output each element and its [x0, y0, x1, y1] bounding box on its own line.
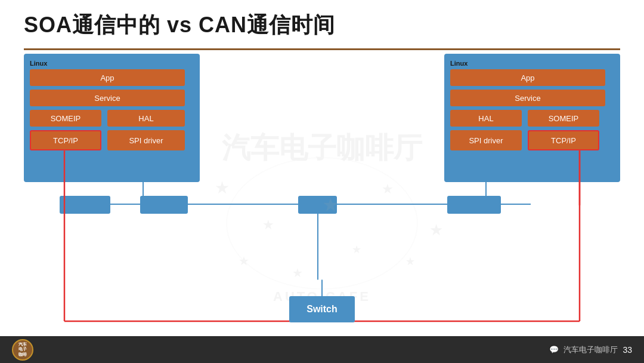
footer-brand: 汽车电子咖啡厅 [564, 344, 618, 355]
page-container: SOA通信中的 vs CAN通信时间 汽车电子咖啡厅 ★ ★ ★ ★ ★ ★ ★… [0, 0, 644, 363]
footer-logo: 汽车电子咖啡 [12, 339, 33, 361]
footer-right: 💬 汽车电子咖啡厅 33 [549, 344, 632, 355]
page-title: SOA通信中的 vs CAN通信时间 [24, 11, 620, 40]
center-left-connector-block [140, 196, 188, 214]
footer: 汽车电子咖啡 💬 汽车电子咖啡厅 33 [0, 336, 644, 363]
left-service-block: Service [30, 90, 185, 106]
left-hal-block: HAL [107, 110, 185, 127]
right-someip-block: SOMEIP [528, 110, 599, 127]
right-app-block: App [450, 69, 605, 86]
left-linux-box: Linux App Service SOMEIP HAL TCP/IP SPI … [24, 54, 200, 182]
left-app-block: App [30, 69, 185, 86]
page-number: 33 [623, 345, 632, 355]
left-spi-block: SPI driver [107, 130, 185, 150]
title-underline [24, 48, 620, 50]
right-connector-block [447, 196, 501, 214]
diagram-area: Linux App Service SOMEIP HAL TCP/IP SPI … [24, 54, 620, 333]
switch-block: Switch [289, 296, 355, 322]
title-area: SOA通信中的 vs CAN通信时间 [0, 0, 644, 45]
center-connector-block [298, 196, 337, 214]
left-someip-block: SOMEIP [30, 110, 101, 127]
right-hal-block: HAL [450, 110, 522, 127]
left-tcpip-block: TCP/IP [30, 130, 101, 150]
left-connector-block [60, 196, 110, 214]
right-tcpip-block: TCP/IP [528, 130, 599, 150]
logo-icon: 汽车电子咖啡 [12, 339, 33, 361]
right-spi-block: SPI driver [450, 130, 522, 150]
wechat-icon: 💬 [549, 345, 559, 354]
left-linux-label: Linux [30, 60, 194, 67]
right-service-block: Service [450, 90, 605, 106]
right-linux-label: Linux [450, 60, 614, 67]
right-linux-box: Linux App Service HAL SOMEIP SPI driver … [444, 54, 620, 182]
